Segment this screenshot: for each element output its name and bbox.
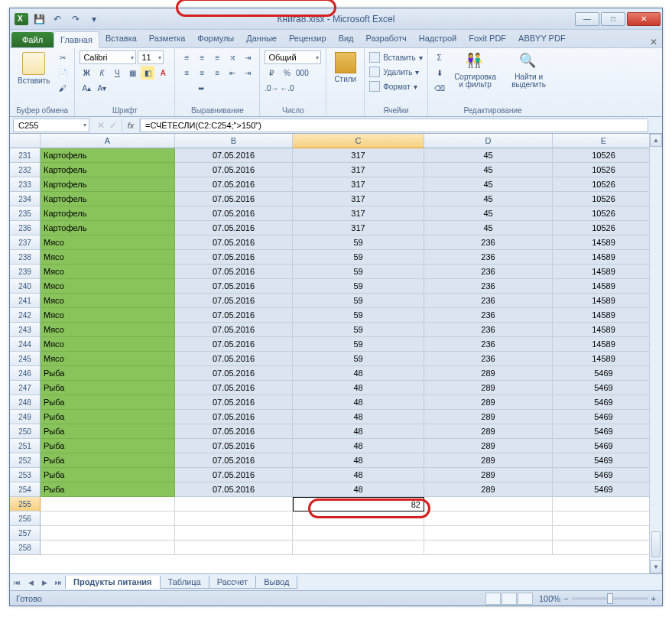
sheet-nav-last[interactable]: ⏭ [51,576,65,589]
cell[interactable]: Рыба [41,439,175,453]
cell[interactable]: Рыба [41,410,175,424]
cell[interactable] [293,511,424,526]
cell[interactable]: 07.05.2016 [175,337,293,352]
cell[interactable]: Рыба [41,453,175,468]
decrease-decimal-button[interactable]: ←.0 [280,81,294,95]
cell[interactable]: 14589 [553,337,655,352]
cell[interactable]: 14589 [553,250,655,265]
comma-button[interactable]: 000 [295,66,309,80]
clear-button[interactable]: ⌫ [433,81,446,95]
cell[interactable]: 5469 [553,395,655,410]
cell[interactable]: 07.05.2016 [175,265,293,279]
cell[interactable]: 236 [424,250,553,265]
scroll-thumb[interactable] [651,531,661,557]
file-tab[interactable]: Файл [11,32,54,47]
cell[interactable]: 07.05.2016 [175,352,293,366]
cell[interactable]: 236 [424,352,553,366]
scroll-down-button[interactable]: ▼ [650,560,662,573]
cell[interactable]: 59 [293,235,424,250]
fill-button[interactable]: ⬇ [433,66,446,80]
cell[interactable]: Рыба [41,381,175,395]
sheet-nav-next[interactable]: ▶ [37,576,51,589]
cell[interactable]: 14589 [553,279,655,294]
cell[interactable] [175,541,293,555]
cell[interactable]: 5469 [553,424,655,439]
cell[interactable]: Мясо [41,337,175,352]
cell[interactable]: 5469 [553,410,655,424]
row-header[interactable]: 238 [10,250,41,265]
row-header[interactable]: 241 [10,294,41,308]
cell[interactable]: 5469 [553,439,655,453]
cell[interactable]: 07.05.2016 [175,308,293,323]
ribbon-tab[interactable]: Вставка [99,31,143,47]
qat-save-button[interactable]: 💾 [31,12,47,26]
cell[interactable]: Мясо [41,235,175,250]
row-header[interactable]: 244 [10,337,41,352]
row-header[interactable]: 257 [10,526,41,541]
cell[interactable]: 48 [293,482,424,497]
close-button[interactable]: ✕ [627,12,661,26]
cell[interactable]: Рыба [41,395,175,410]
cell[interactable] [41,497,175,511]
row-header[interactable]: 254 [10,482,41,497]
cell[interactable] [41,526,175,541]
find-select-button[interactable]: 🔍 Найти и выделить [505,50,554,90]
row-header[interactable]: 239 [10,265,41,279]
ribbon-tab[interactable]: Данные [240,31,283,47]
cell[interactable]: Рыба [41,366,175,381]
sheet-nav-first[interactable]: ⏮ [10,576,24,589]
cell[interactable]: 59 [293,250,424,265]
cell[interactable]: 07.05.2016 [175,163,293,177]
cell[interactable]: 59 [293,323,424,337]
cell[interactable]: 07.05.2016 [175,294,293,308]
insert-cells-button[interactable]: Вставить ▾ [369,50,422,64]
cell[interactable]: Рыба [41,468,175,482]
cell[interactable] [41,511,175,526]
cell[interactable]: Мясо [41,308,175,323]
workbook-close-button[interactable]: ✕ [645,37,662,47]
row-header[interactable]: 247 [10,381,41,395]
cell[interactable]: 289 [424,453,553,468]
column-header[interactable]: A [41,134,175,148]
cell[interactable]: 289 [424,439,553,453]
cell[interactable]: Мясо [41,265,175,279]
sheet-tab[interactable]: Рассчет [209,576,257,589]
sort-filter-button[interactable]: 👫 Сортировка и фильтр [450,50,502,90]
cell[interactable]: 59 [293,265,424,279]
cell[interactable]: Мясо [41,250,175,265]
row-header[interactable]: 232 [10,163,41,177]
cell[interactable]: 48 [293,439,424,453]
cell[interactable]: 59 [293,294,424,308]
cell[interactable]: 289 [424,410,553,424]
cell[interactable]: 07.05.2016 [175,323,293,337]
cell[interactable]: 10526 [553,163,655,177]
cell[interactable]: 45 [424,192,553,206]
ribbon-tab[interactable]: Разработч [360,31,413,47]
align-center-button[interactable]: ≡ [195,66,209,80]
italic-button[interactable]: К [95,66,109,80]
cell[interactable]: 10526 [553,148,655,163]
column-header[interactable]: B [175,134,293,148]
select-all-button[interactable] [10,134,41,148]
cell[interactable]: 236 [424,265,553,279]
cell[interactable]: 45 [424,221,553,235]
maximize-button[interactable]: □ [601,12,625,26]
cell[interactable]: Мясо [41,279,175,294]
cell[interactable]: 10526 [553,192,655,206]
view-pagebreak-button[interactable] [518,593,533,605]
cell[interactable] [293,526,424,541]
cell[interactable]: 5469 [553,453,655,468]
spreadsheet-grid[interactable]: ABCDE231Картофель07.05.20163174510526232… [10,134,662,573]
align-right-button[interactable]: ≡ [210,66,224,80]
cell[interactable]: 317 [293,221,424,235]
cell[interactable]: 5469 [553,381,655,395]
number-format-combo[interactable]: Общий [265,50,321,64]
row-header[interactable]: 236 [10,221,41,235]
cell[interactable] [424,541,553,555]
cell[interactable] [553,511,655,526]
row-header[interactable]: 246 [10,366,41,381]
font-size-combo[interactable]: 11 [138,50,164,64]
cell[interactable]: 289 [424,366,553,381]
paste-button[interactable]: Вставить [15,50,53,86]
cell[interactable]: 14589 [553,265,655,279]
